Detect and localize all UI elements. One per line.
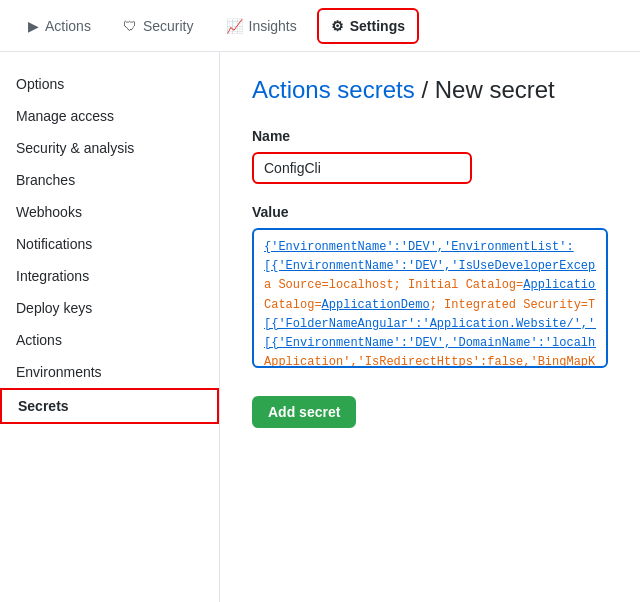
tab-actions[interactable]: ▶ Actions [16,10,103,42]
main-content: Actions secrets / New secret Name Value … [220,52,640,602]
security-icon: 🛡 [123,18,137,34]
value-line-2: [{'EnvironmentName':'DEV','IsUseDevelope… [264,257,596,276]
sidebar: Options Manage access Security & analysi… [0,52,220,602]
tab-insights-label: Insights [249,18,297,34]
value-line-3: a Source=localhost; Initial Catalog=Appl… [264,276,596,295]
value-line-7: Application','IsRedirectHttps':false,'Bi… [264,353,596,368]
tab-settings[interactable]: ⚙ Settings [317,8,419,44]
value-form-group: Value {'EnvironmentName':'DEV','Environm… [252,204,608,368]
top-nav: ▶ Actions 🛡 Security 📈 Insights ⚙ Settin… [0,0,640,52]
tab-settings-label: Settings [350,18,405,34]
value-line-1: {'EnvironmentName':'DEV','EnvironmentLis… [264,238,596,257]
breadcrumb-link[interactable]: Actions secrets [252,76,415,103]
add-secret-button[interactable]: Add secret [252,396,356,428]
tab-security-label: Security [143,18,194,34]
tab-actions-label: Actions [45,18,91,34]
name-form-group: Name [252,128,608,184]
sidebar-item-webhooks[interactable]: Webhooks [0,196,219,228]
sidebar-item-environments[interactable]: Environments [0,356,219,388]
main-layout: Options Manage access Security & analysi… [0,52,640,602]
name-input[interactable] [252,152,472,184]
sidebar-item-options[interactable]: Options [0,68,219,100]
value-line-5: [{'FolderNameAngular':'Application.Websi… [264,315,596,334]
sidebar-item-security-analysis[interactable]: Security & analysis [0,132,219,164]
value-line-4: Catalog=ApplicationDemo; Integrated Secu… [264,296,596,315]
sidebar-item-actions[interactable]: Actions [0,324,219,356]
tab-insights[interactable]: 📈 Insights [214,10,309,42]
settings-icon: ⚙ [331,18,344,34]
name-label: Name [252,128,608,144]
tab-security[interactable]: 🛡 Security [111,10,206,42]
sidebar-item-notifications[interactable]: Notifications [0,228,219,260]
breadcrumb-current: New secret [435,76,555,103]
insights-icon: 📈 [226,18,243,34]
value-line-6: [{'EnvironmentName':'DEV','DomainName':'… [264,334,596,353]
page-title: Actions secrets / New secret [252,76,608,104]
breadcrumb-separator: / [415,76,435,103]
sidebar-item-secrets[interactable]: Secrets [0,388,219,424]
actions-icon: ▶ [28,18,39,34]
sidebar-item-manage-access[interactable]: Manage access [0,100,219,132]
sidebar-item-branches[interactable]: Branches [0,164,219,196]
value-label: Value [252,204,608,220]
value-textarea-display[interactable]: {'EnvironmentName':'DEV','EnvironmentLis… [252,228,608,368]
sidebar-item-integrations[interactable]: Integrations [0,260,219,292]
sidebar-item-deploy-keys[interactable]: Deploy keys [0,292,219,324]
